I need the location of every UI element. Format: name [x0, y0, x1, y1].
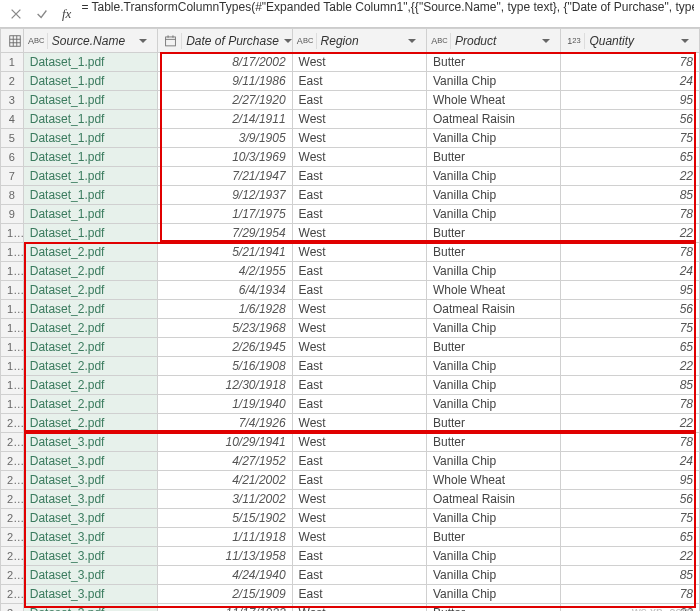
filter-dropdown-icon[interactable]	[404, 33, 420, 49]
text-type-icon: ABC	[299, 33, 317, 49]
svg-rect-0	[10, 35, 21, 46]
highlight-box	[24, 432, 696, 608]
fx-label[interactable]: fx	[58, 6, 75, 22]
formula-bar: fx = Table.TransformColumnTypes(#"Expand…	[0, 0, 700, 28]
row-number[interactable]: 23	[1, 471, 24, 490]
column-label: Date of Purchase	[186, 34, 279, 48]
column-label: Quantity	[589, 34, 673, 48]
column-label: Region	[321, 34, 400, 48]
row-number[interactable]: 12	[1, 262, 24, 281]
cell-source[interactable]: Dataset_1.pdf	[23, 129, 157, 148]
cell-source[interactable]: Dataset_1.pdf	[23, 148, 157, 167]
row-number[interactable]: 20	[1, 414, 24, 433]
row-number[interactable]: 25	[1, 509, 24, 528]
cell-source[interactable]: Dataset_1.pdf	[23, 110, 157, 129]
row-number[interactable]: 17	[1, 357, 24, 376]
row-number[interactable]: 7	[1, 167, 24, 186]
text-type-icon: ABC	[30, 33, 48, 49]
row-number[interactable]: 29	[1, 585, 24, 604]
column-header-product[interactable]: ABC Product	[427, 29, 561, 53]
confirm-icon[interactable]	[32, 4, 52, 24]
row-number[interactable]: 1	[1, 53, 24, 72]
cell-source[interactable]: Dataset_1.pdf	[23, 186, 157, 205]
cell-source[interactable]: Dataset_1.pdf	[23, 91, 157, 110]
row-number[interactable]: 22	[1, 452, 24, 471]
column-label: Source.Name	[52, 34, 131, 48]
row-number[interactable]: 14	[1, 300, 24, 319]
row-number[interactable]: 15	[1, 319, 24, 338]
row-number[interactable]: 11	[1, 243, 24, 262]
row-number[interactable]: 5	[1, 129, 24, 148]
row-number[interactable]: 2	[1, 72, 24, 91]
row-number[interactable]: 30	[1, 604, 24, 612]
cell-source[interactable]: Dataset_1.pdf	[23, 224, 157, 243]
column-header-quantity[interactable]: 123 Quantity	[561, 29, 700, 53]
row-number[interactable]: 10	[1, 224, 24, 243]
row-number[interactable]: 18	[1, 376, 24, 395]
text-type-icon: ABC	[433, 33, 451, 49]
row-number[interactable]: 26	[1, 528, 24, 547]
row-number[interactable]: 4	[1, 110, 24, 129]
cell-source[interactable]: Dataset_1.pdf	[23, 53, 157, 72]
row-number[interactable]: 24	[1, 490, 24, 509]
highlight-box	[24, 242, 696, 432]
svg-rect-5	[166, 36, 176, 45]
table-corner[interactable]	[1, 29, 24, 53]
cell-source[interactable]: Dataset_1.pdf	[23, 72, 157, 91]
row-number[interactable]: 16	[1, 338, 24, 357]
filter-dropdown-icon[interactable]	[538, 33, 554, 49]
date-type-icon	[164, 33, 182, 49]
row-number[interactable]: 27	[1, 547, 24, 566]
row-number[interactable]: 9	[1, 205, 24, 224]
column-label: Product	[455, 34, 534, 48]
column-header-region[interactable]: ABC Region	[292, 29, 426, 53]
row-number[interactable]: 8	[1, 186, 24, 205]
filter-dropdown-icon[interactable]	[283, 33, 292, 49]
column-header-date[interactable]: Date of Purchase	[158, 29, 292, 53]
formula-input[interactable]: = Table.TransformColumnTypes(#"Expanded …	[81, 0, 694, 27]
row-number[interactable]: 21	[1, 433, 24, 452]
row-number[interactable]: 19	[1, 395, 24, 414]
row-number[interactable]: 3	[1, 91, 24, 110]
table-icon	[7, 33, 23, 49]
highlight-box	[160, 52, 696, 242]
row-number[interactable]: 28	[1, 566, 24, 585]
cancel-icon[interactable]	[6, 4, 26, 24]
filter-dropdown-icon[interactable]	[135, 33, 151, 49]
watermark: ws xn .com	[632, 605, 692, 611]
cell-source[interactable]: Dataset_1.pdf	[23, 205, 157, 224]
row-number[interactable]: 6	[1, 148, 24, 167]
filter-dropdown-icon[interactable]	[677, 33, 693, 49]
cell-source[interactable]: Dataset_1.pdf	[23, 167, 157, 186]
column-header-source[interactable]: ABC Source.Name	[23, 29, 157, 53]
number-type-icon: 123	[567, 33, 585, 49]
row-number[interactable]: 13	[1, 281, 24, 300]
